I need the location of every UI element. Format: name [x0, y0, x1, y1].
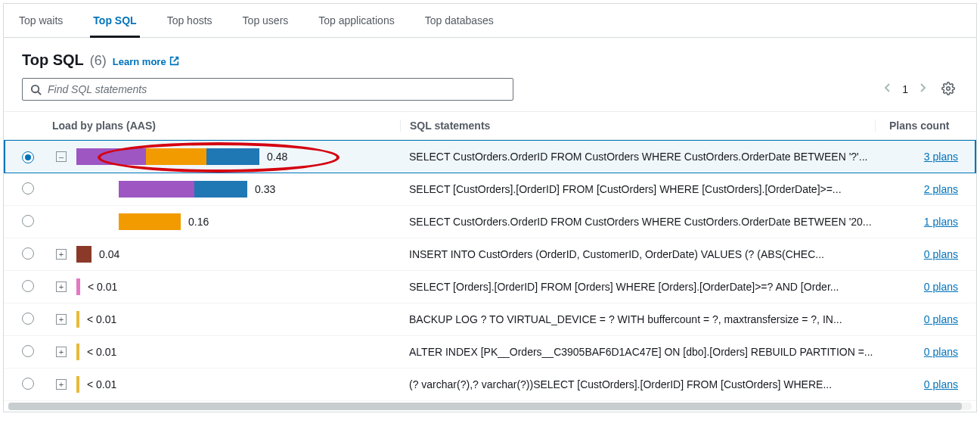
sql-statement-link[interactable]: SELECT CustOrders.OrderID FROM CustOrder…: [409, 216, 872, 228]
table-row[interactable]: +< 0.01ALTER INDEX [PK__Orders__C3905BAF…: [4, 336, 976, 369]
section-title: Top SQL: [22, 51, 84, 69]
load-bar: [76, 344, 79, 360]
row-radio[interactable]: [22, 215, 34, 227]
tab-bar: Top waitsTop SQLTop hostsTop usersTop ap…: [4, 4, 976, 38]
bar-segment: [76, 148, 146, 165]
load-value: 0.48: [267, 151, 287, 163]
plans-count-link[interactable]: 3 plans: [924, 151, 958, 163]
tab-top-users[interactable]: Top users: [240, 4, 292, 37]
load-bar: [76, 311, 79, 328]
tab-top-sql[interactable]: Top SQL: [90, 4, 139, 37]
load-bar: [76, 246, 91, 263]
tab-top-databases[interactable]: Top databases: [422, 4, 497, 37]
load-value: < 0.01: [87, 346, 116, 358]
col-header-plans[interactable]: Plans count: [875, 120, 958, 132]
page-number: 1: [902, 83, 908, 95]
search-box[interactable]: [22, 78, 513, 101]
row-radio[interactable]: [22, 313, 34, 325]
sql-statement-link[interactable]: (? varchar(?),? varchar(?))SELECT [CustO…: [409, 378, 832, 390]
load-cell: –0.48: [52, 148, 400, 165]
bar-segment: [206, 148, 259, 165]
sql-statement-link[interactable]: SELECT [Orders].[OrderID] FROM [Orders] …: [409, 281, 839, 293]
expand-icon[interactable]: +: [56, 314, 67, 325]
col-header-load[interactable]: Load by plans (AAS): [52, 120, 400, 132]
collapse-icon[interactable]: –: [56, 151, 67, 162]
next-page-button[interactable]: [916, 79, 929, 99]
plans-count-link[interactable]: 2 plans: [924, 183, 958, 195]
pager: 1: [881, 79, 929, 99]
plans-count-link[interactable]: 0 plans: [924, 346, 958, 358]
plans-count-link[interactable]: 1 plans: [924, 216, 958, 228]
load-cell: +< 0.01: [52, 344, 400, 360]
load-bar: [76, 278, 80, 295]
tab-top-waits[interactable]: Top waits: [16, 4, 66, 37]
row-radio[interactable]: [22, 182, 34, 194]
tab-top-hosts[interactable]: Top hosts: [164, 4, 216, 37]
section-header: Top SQL (6) Learn more: [4, 38, 976, 78]
load-cell: 0.33: [52, 181, 400, 198]
sql-statement-link[interactable]: BACKUP LOG ? TO VIRTUAL_DEVICE = ? WITH …: [409, 313, 842, 325]
table-row[interactable]: –0.48SELECT CustOrders.OrderID FROM Cust…: [4, 140, 976, 173]
tab-top-applications[interactable]: Top applications: [315, 4, 397, 37]
load-cell: +0.04: [52, 246, 400, 263]
search-icon: [30, 84, 42, 95]
load-bar: [119, 181, 247, 198]
expand-icon[interactable]: +: [56, 379, 67, 390]
load-value: < 0.01: [88, 281, 117, 293]
horizontal-scrollbar[interactable]: [8, 403, 972, 410]
external-link-icon: [169, 56, 179, 68]
load-cell: +< 0.01: [52, 311, 400, 328]
search-input[interactable]: [48, 83, 505, 95]
plans-count-link[interactable]: 0 plans: [924, 313, 958, 325]
expand-icon[interactable]: +: [56, 249, 67, 260]
table-row[interactable]: +< 0.01(? varchar(?),? varchar(?))SELECT…: [4, 369, 976, 401]
load-value: 0.04: [99, 248, 119, 260]
sql-statement-link[interactable]: INSERT INTO CustOrders (OrderID, Custome…: [409, 248, 824, 260]
row-radio[interactable]: [22, 151, 34, 163]
bar-segment: [76, 376, 79, 393]
svg-point-1: [947, 86, 951, 90]
load-value: 0.33: [255, 183, 275, 195]
expand-icon[interactable]: +: [56, 347, 67, 357]
learn-more-link[interactable]: Learn more: [113, 56, 179, 68]
load-bar: [76, 148, 259, 165]
load-value: < 0.01: [87, 378, 116, 390]
row-radio[interactable]: [22, 247, 34, 260]
table-row[interactable]: +< 0.01SELECT [Orders].[OrderID] FROM [O…: [4, 271, 976, 303]
load-cell: 0.16: [52, 213, 400, 230]
bar-segment: [76, 344, 79, 360]
table-header: Load by plans (AAS) SQL statements Plans…: [4, 111, 976, 140]
expand-icon[interactable]: +: [56, 281, 67, 292]
col-header-sql[interactable]: SQL statements: [400, 120, 875, 132]
bar-segment: [76, 311, 79, 328]
load-cell: +< 0.01: [52, 376, 400, 393]
load-cell: +< 0.01: [52, 278, 400, 295]
controls-row: 1: [4, 78, 976, 111]
bar-segment: [194, 181, 247, 198]
table-row[interactable]: +0.04INSERT INTO CustOrders (OrderID, Cu…: [4, 238, 976, 271]
sql-statement-link[interactable]: ALTER INDEX [PK__Orders__C3905BAF6D1AC47…: [409, 346, 873, 358]
svg-point-0: [32, 85, 39, 92]
sql-statement-link[interactable]: SELECT [CustOrders].[OrderID] FROM [Cust…: [409, 183, 842, 195]
table-row[interactable]: 0.16SELECT CustOrders.OrderID FROM CustO…: [4, 206, 976, 238]
prev-page-button[interactable]: [881, 79, 895, 99]
load-bar: [76, 376, 79, 393]
load-value: 0.16: [188, 216, 209, 228]
bar-segment: [119, 181, 194, 198]
panel: Top waitsTop SQLTop hostsTop usersTop ap…: [3, 3, 977, 412]
row-radio[interactable]: [22, 280, 34, 292]
table-row[interactable]: 0.33SELECT [CustOrders].[OrderID] FROM […: [4, 173, 976, 206]
load-value: < 0.01: [87, 313, 116, 325]
row-radio[interactable]: [22, 345, 34, 357]
load-bar: [119, 213, 181, 230]
plans-count-link[interactable]: 0 plans: [924, 248, 958, 260]
row-radio[interactable]: [22, 378, 34, 390]
plans-count-link[interactable]: 0 plans: [924, 378, 958, 390]
learn-more-label: Learn more: [113, 56, 166, 67]
bar-segment: [76, 278, 80, 295]
settings-button[interactable]: [938, 79, 958, 101]
bar-segment: [76, 246, 91, 263]
plans-count-link[interactable]: 0 plans: [924, 281, 958, 293]
table-row[interactable]: +< 0.01BACKUP LOG ? TO VIRTUAL_DEVICE = …: [4, 303, 976, 336]
sql-statement-link[interactable]: SELECT CustOrders.OrderID FROM CustOrder…: [409, 151, 867, 163]
